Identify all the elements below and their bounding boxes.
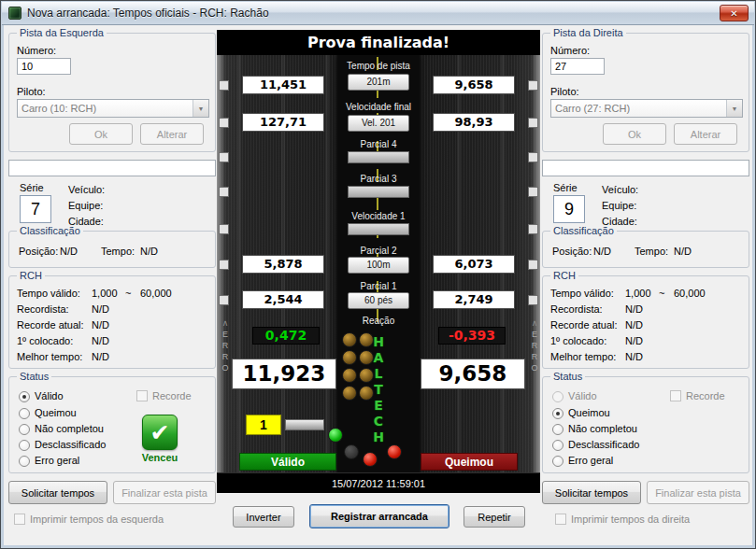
tempo-label-right: Tempo: [635,246,668,257]
tempo-pista-button[interactable]: 201m [348,74,409,91]
parcial3-button[interactable] [348,186,409,198]
velocidade-final-button[interactable]: Vel. 201 [348,115,409,132]
numero-label-left: Número: [17,45,56,56]
tree-bulb-amber [342,350,357,365]
close-icon: ✕ [730,8,737,19]
erro-checkbox-right-7[interactable] [528,295,538,305]
parcial1-button[interactable]: 60 pés [348,292,409,309]
haltech-letter: E [370,398,387,414]
repetir-button[interactable]: Repetir [464,506,525,528]
haltech-letter: T [370,382,387,398]
erro-checkbox-left-5[interactable] [219,224,229,234]
tree-bulb-dark [344,444,359,459]
piloto-combobox-left[interactable]: Carro (10: RCH) ▼ [17,99,209,118]
radio-queimou-label-right[interactable]: Queimou [568,407,610,418]
numero-input-left[interactable] [17,58,71,75]
status-title-right: Status [550,371,585,382]
left-track-panel: Pista da Esquerda Número: Piloto: Carro … [8,27,216,542]
reacao-value-right: -0,393 [438,327,506,345]
tree-bulb-amber [342,368,357,383]
radio-nao-completou-label-right[interactable]: Não completou [568,423,637,434]
stage-progress-bar-left [285,419,324,430]
final-time-right: 9,658 [421,359,525,389]
imprimir-label-right: Imprimir tempos da direita [571,514,690,525]
serie-label-left: Série [20,182,44,193]
radio-queimou-left[interactable] [19,408,30,419]
velocidade1-button[interactable] [348,223,409,235]
erro-checkbox-right-5[interactable] [528,224,538,234]
piloto-combobox-right[interactable]: Carro (27: RCH) ▼ [550,99,743,118]
recorde-atual-label-right: Recorde atual: [550,319,618,331]
race-timestamp: 15/07/2012 11:59:01 [217,472,540,493]
radio-erro-geral-left[interactable] [19,456,30,467]
finalizar-pista-button-left[interactable]: Finalizar esta pista [113,481,216,504]
venceu-icon: ✔ [142,415,178,450]
erro-checkbox-left-3[interactable] [219,152,229,162]
chevron-down-icon[interactable]: ▼ [193,100,208,117]
parcial2-button[interactable]: 100m [348,257,409,274]
reacao-label: Reação [337,316,420,326]
radio-nao-completou-left[interactable] [19,424,30,435]
solicitar-tempos-button-right[interactable]: Solicitar tempos [542,481,641,504]
erro-checkbox-left-1[interactable] [219,80,229,91]
imprimir-checkbox-left[interactable] [14,514,25,525]
melhor-tempo-value-right: N/D [625,351,643,362]
right-track-group-title: Pista da Direita [550,27,626,38]
equipe-label-right: Equipe: [602,200,636,211]
close-button[interactable]: ✕ [720,5,749,21]
radio-queimou-right[interactable] [552,408,563,419]
melhor-tempo-label-left: Melhor tempo: [17,351,82,362]
info-field-right[interactable] [542,160,749,176]
serie-label-right: Série [553,182,578,193]
radio-nao-completou-right[interactable] [552,424,563,435]
primeiro-colocado-value-right: N/D [625,335,643,346]
radio-desclassificado-label-left[interactable]: Desclassificado [35,439,106,450]
erro-checkbox-left-2[interactable] [219,118,229,128]
radio-queimou-label-left[interactable]: Queimou [35,407,77,418]
info-field-left[interactable] [8,160,216,176]
drag-strip-display: Tempo de pista 201m 11,451 9,658 Velocid… [217,55,540,472]
radio-erro-geral-right[interactable] [552,456,563,467]
erro-checkbox-left-7[interactable] [219,295,229,305]
recorde-checkbox-left[interactable] [136,390,148,401]
radio-erro-geral-label-right[interactable]: Erro geral [568,455,613,466]
recorde-checkbox-right[interactable] [670,390,681,401]
erro-checkbox-right-6[interactable] [528,260,538,270]
ok-button-right[interactable]: Ok [603,123,666,145]
tempo-valido-sep-right: ~ [659,288,664,299]
erro-checkbox-left-6[interactable] [219,260,229,270]
radio-erro-geral-label-left[interactable]: Erro geral [35,455,79,466]
parcial1-value-right: 2,749 [433,290,515,309]
radio-nao-completou-label-left[interactable]: Não completou [35,423,104,434]
inverter-button[interactable]: Inverter [233,506,294,528]
erro-checkbox-right-2[interactable] [528,118,538,128]
tree-bulb-green [328,428,343,443]
erro-checkbox-right-4[interactable] [528,187,538,197]
parcial1-label: Parcial 1 [337,281,420,291]
recorde-label-right: Recorde [686,390,725,401]
erro-checkbox-right-3[interactable] [528,152,538,162]
ok-button-left[interactable]: Ok [69,123,133,145]
radio-desclassificado-label-right[interactable]: Desclassificado [568,439,639,450]
chevron-down-icon[interactable]: ▼ [726,100,742,117]
radio-desclassificado-left[interactable] [19,440,30,451]
registrar-arrancada-button[interactable]: Registrar arrancada [309,504,449,528]
alterar-button-left[interactable]: Alterar [140,123,204,145]
stage-number-left: 1 [246,415,281,435]
velocidade-final-label: Velocidade final [337,102,420,112]
parcial3-label: Parcial 3 [337,174,420,184]
radio-desclassificado-right[interactable] [552,440,563,451]
parcial4-button[interactable] [348,151,409,163]
alterar-button-right[interactable]: Alterar [674,123,737,145]
imprimir-checkbox-right[interactable] [555,514,566,525]
parcial2-value-right: 6,073 [433,255,515,274]
radio-valido-label-left[interactable]: Válido [35,390,64,401]
radio-valido-left[interactable] [19,391,30,402]
posicao-label-left: Posição: [19,246,58,257]
solicitar-tempos-button-left[interactable]: Solicitar tempos [8,481,107,504]
erro-checkbox-right-1[interactable] [528,80,538,91]
erro-checkbox-left-4[interactable] [219,187,229,197]
numero-input-right[interactable] [550,58,605,75]
radio-valido-right[interactable] [552,391,563,402]
finalizar-pista-button-right[interactable]: Finalizar esta pista [647,481,749,504]
